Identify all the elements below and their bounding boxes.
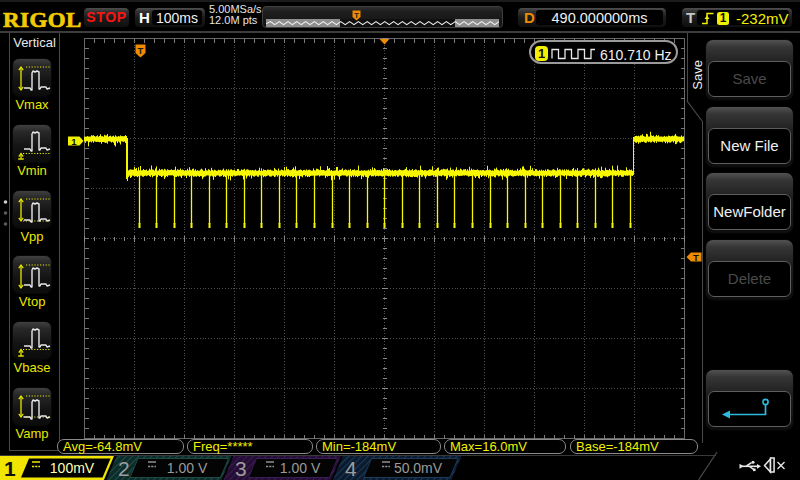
svg-text:4: 4 [345,457,357,480]
svg-text:T: T [693,252,699,262]
svg-text:T: T [137,44,143,55]
svg-text:1: 1 [4,457,16,480]
svg-text:100mV: 100mV [50,460,95,476]
svg-text:1: 1 [71,136,77,146]
svg-text:1.00 V: 1.00 V [167,460,208,476]
svg-text:50.0mV: 50.0mV [394,460,443,476]
svg-text:3: 3 [235,457,247,480]
svg-text:2: 2 [118,457,130,480]
svg-text:1.00 V: 1.00 V [280,460,321,476]
svg-text:T: T [354,11,359,20]
